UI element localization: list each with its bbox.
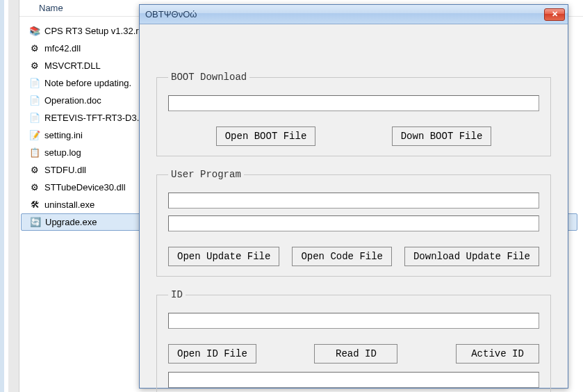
dialog-title: OBTΨΘνΟώ xyxy=(145,9,544,19)
download-update-file-button[interactable]: Download Update File xyxy=(404,247,539,266)
user-file-path-input-1[interactable] xyxy=(168,193,539,209)
file-label: setting.ini xyxy=(44,130,83,140)
open-code-file-button[interactable]: Open Code File xyxy=(292,247,392,266)
id-file-path-input[interactable] xyxy=(168,313,539,329)
upgrade-icon: 🔄 xyxy=(30,217,41,228)
id-group: ID Open ID File Read ID Active ID xyxy=(156,289,551,392)
doc-icon: 📄 xyxy=(29,78,40,89)
dll-icon: ⚙ xyxy=(29,60,40,72)
id-result-input[interactable] xyxy=(168,372,539,388)
down-boot-file-button[interactable]: Down BOOT File xyxy=(392,126,492,146)
file-label: uninstall.exe xyxy=(44,199,95,210)
file-label: setup.log xyxy=(44,147,81,158)
log-icon: 📋 xyxy=(29,147,40,158)
file-label: RETEVIS-TFT-RT3-D3.3 xyxy=(44,113,145,123)
open-update-file-button[interactable]: Open Update File xyxy=(168,247,279,266)
open-id-file-button[interactable]: Open ID File xyxy=(168,344,256,364)
boot-download-group: BOOT Download Open BOOT File Down BOOT F… xyxy=(156,72,551,156)
doc-icon: 📄 xyxy=(29,95,40,106)
boot-legend: BOOT Download xyxy=(168,72,249,83)
dialog-titlebar[interactable]: OBTΨΘνΟώ ✕ xyxy=(140,5,568,24)
file-label: STTubeDevice30.dll xyxy=(44,182,126,193)
dll-icon: ⚙ xyxy=(29,182,40,193)
dll-icon: ⚙ xyxy=(29,43,40,54)
file-label: Note before updating. xyxy=(44,78,131,88)
file-icon: 📄 xyxy=(29,113,40,124)
id-legend: ID xyxy=(168,289,186,300)
rar-icon: 📚 xyxy=(29,26,40,37)
exe-icon: 🛠 xyxy=(29,199,40,211)
file-label: MSVCRT.DLL xyxy=(44,60,101,71)
close-icon: ✕ xyxy=(552,10,558,18)
file-label: Upgrade.exe xyxy=(45,217,97,227)
ini-icon: 📝 xyxy=(29,130,40,141)
read-id-button[interactable]: Read ID xyxy=(314,344,397,364)
dialog-body: BOOT Download Open BOOT File Down BOOT F… xyxy=(140,24,568,392)
open-boot-file-button[interactable]: Open BOOT File xyxy=(216,126,316,146)
close-button[interactable]: ✕ xyxy=(544,8,565,21)
user-program-group: User Program Open Update File Open Code … xyxy=(156,169,551,277)
upgrade-dialog: OBTΨΘνΟώ ✕ BOOT Download Open BOOT File … xyxy=(139,4,568,389)
file-label: STDFU.dll xyxy=(44,165,86,175)
file-label: CPS RT3 Setup v1.32.ra xyxy=(44,26,144,36)
user-program-legend: User Program xyxy=(168,169,244,180)
active-id-button[interactable]: Active ID xyxy=(456,344,539,364)
dll-icon: ⚙ xyxy=(29,165,40,176)
boot-file-path-input[interactable] xyxy=(168,95,539,111)
explorer-scrollbar[interactable] xyxy=(8,0,19,392)
file-label: mfc42.dll xyxy=(44,43,81,54)
file-label: Operation.doc xyxy=(44,95,101,106)
user-file-path-input-2[interactable] xyxy=(168,215,539,231)
